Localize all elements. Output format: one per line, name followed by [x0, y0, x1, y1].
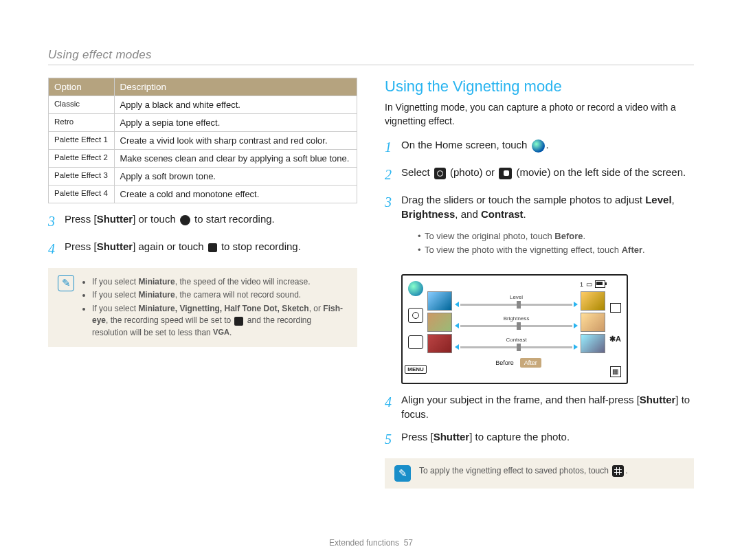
movie-mode-button[interactable]	[408, 335, 423, 349]
note-box-right: ✎ To apply the vignetting effect to save…	[385, 458, 694, 489]
vga-icon: VGA	[213, 327, 229, 338]
menu-button[interactable]: MENU	[405, 365, 427, 374]
table-row: RetroApply a sepia tone effect.	[49, 114, 357, 132]
sample-thumb[interactable]	[427, 334, 452, 353]
mode-intro: In Vignetting mode, you can capture a ph…	[385, 101, 694, 128]
sample-thumb[interactable]	[581, 291, 605, 311]
step-r2: 2 Select (photo) or (movie) on the left …	[385, 165, 694, 184]
step-4: 4 Press [Shutter] again or touch to stop…	[48, 239, 357, 258]
options-table: Option Description ClassicApply a black …	[48, 78, 357, 203]
preview-icon[interactable]	[610, 303, 621, 313]
sample-thumb[interactable]	[581, 313, 605, 332]
gallery-icon	[612, 465, 624, 477]
lcd-preview: MENU 1 ▭ Level Brightness	[401, 274, 628, 384]
battery-icon	[595, 280, 605, 288]
table-row: Palette Effect 2Make scenes clean and cl…	[49, 150, 357, 168]
table-row: Palette Effect 3Apply a soft brown tone.	[49, 168, 357, 186]
step-3: 3 Press [Shutter] or touch to start reco…	[48, 212, 357, 231]
page-footer: Extended functions 57	[0, 538, 742, 548]
step-r1: 1 On the Home screen, touch .	[385, 137, 694, 157]
movie-icon	[499, 168, 512, 179]
note-box: ✎ If you select Miniature, the speed of …	[48, 268, 357, 347]
step-r4: 4 Align your subject in the frame, and t…	[385, 392, 694, 421]
col-description: Description	[114, 78, 357, 96]
table-row: ClassicApply a black and white effect.	[49, 96, 357, 114]
rec-speed-icon	[234, 317, 243, 326]
sample-thumb[interactable]	[427, 291, 452, 311]
photo-mode-button[interactable]	[408, 308, 423, 323]
step-r5: 5 Press [Shutter] to capture the photo.	[385, 429, 694, 449]
sample-thumb[interactable]	[581, 334, 605, 353]
table-row: Palette Effect 1Create a vivid look with…	[49, 132, 357, 150]
scene-icon[interactable]	[408, 281, 423, 296]
before-button[interactable]: Before	[491, 358, 518, 368]
mode-heading: Using the Vignetting mode	[385, 78, 694, 96]
shot-count: 1	[580, 281, 583, 288]
sample-thumb[interactable]	[427, 313, 452, 332]
record-dot-icon	[180, 215, 190, 225]
col-option: Option	[49, 78, 115, 96]
stop-square-icon	[208, 243, 217, 252]
note-icon: ✎	[394, 465, 411, 482]
grid-icon[interactable]: ▦	[610, 366, 621, 377]
camera-icon	[434, 168, 446, 179]
step-r3: 3 Drag the sliders or touch the sample p…	[385, 192, 694, 265]
flash-icon[interactable]: ✱A	[609, 335, 621, 344]
note-icon: ✎	[58, 275, 74, 291]
table-row: Palette Effect 4Create a cold and monoto…	[49, 186, 357, 203]
after-button[interactable]: After	[520, 358, 541, 368]
globe-icon	[532, 139, 545, 153]
memory-icon: ▭	[586, 280, 592, 288]
section-title: Using effect modes	[48, 48, 694, 65]
